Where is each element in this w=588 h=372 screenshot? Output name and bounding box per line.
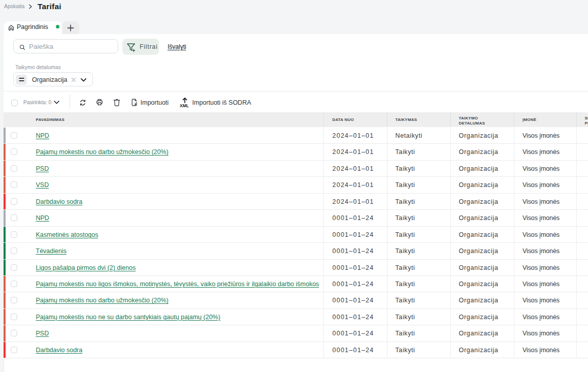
svg-text:XML: XML [180, 103, 189, 108]
